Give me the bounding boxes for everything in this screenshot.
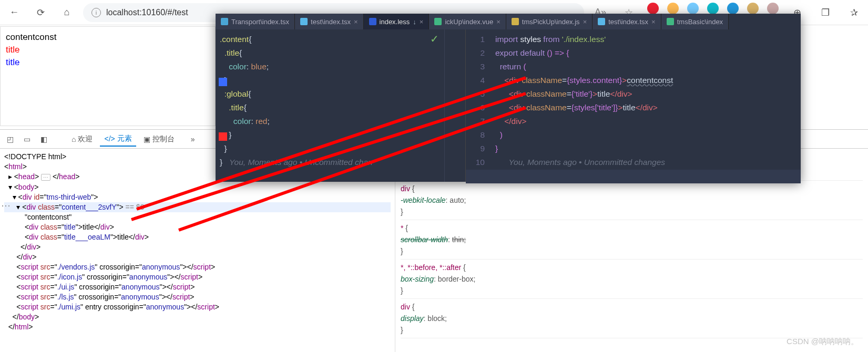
ext-icon-1[interactable] xyxy=(647,3,659,14)
tsx-code[interactable]: import styles from './index.less' export… xyxy=(491,29,801,182)
tab-console[interactable]: ▣ 控制台 xyxy=(139,132,179,146)
editor-pane-tsx[interactable]: 12345678910 import styles from './index.… xyxy=(466,29,801,182)
css-rule[interactable]: div { -webkit-locale: auto;} xyxy=(401,181,863,220)
editor-tab[interactable]: test\index.tsx × xyxy=(295,14,363,29)
editor-tab[interactable]: test\index.tsx × xyxy=(593,14,661,29)
title-blue: title xyxy=(6,56,210,69)
less-code[interactable]: .content{ .title{ color: blue; } :global… xyxy=(216,29,444,182)
close-icon[interactable]: × xyxy=(496,18,501,26)
body-open[interactable]: ▾ <body> xyxy=(4,182,391,192)
html-close[interactable]: </html> xyxy=(4,322,391,332)
close-icon[interactable]: × xyxy=(651,18,656,26)
ext-icon-5[interactable] xyxy=(727,3,739,14)
device-icon[interactable]: ▭ xyxy=(20,132,34,146)
copy-icon[interactable]: ❐ xyxy=(815,3,835,23)
watermark: CSDN @呐呐呐呐。 xyxy=(787,337,859,347)
check-icon: ✓ xyxy=(430,33,439,45)
more-tabs-icon[interactable]: » xyxy=(186,132,200,146)
div-tms[interactable]: ▾ <div id="tms-third-web"> xyxy=(4,192,391,202)
ext-icon-6[interactable] xyxy=(747,3,759,14)
editor-pane-less[interactable]: ✓ .content{ .title{ color: blue; } :glob… xyxy=(216,29,466,182)
ext-icon-2[interactable] xyxy=(667,3,679,14)
close-icon[interactable]: × xyxy=(420,18,424,26)
rendered-page: contentconst title title xyxy=(0,26,216,126)
favorites-star-icon[interactable]: ✰ xyxy=(844,3,864,23)
editor-tab[interactable]: Transport\index.tsx xyxy=(216,14,295,29)
script-node[interactable]: <script src="./icon.js" crossorigin="ano… xyxy=(4,272,391,282)
minimap[interactable] xyxy=(444,29,465,182)
css-rule[interactable]: div { display: block;} xyxy=(401,299,863,338)
tab-welcome[interactable]: ⌂ 欢迎 xyxy=(67,132,97,146)
tab-elements[interactable]: </> 元素 xyxy=(100,132,136,147)
content-text: contentconst xyxy=(6,31,210,44)
editor-tab[interactable]: index.less ↓ × xyxy=(364,14,430,29)
div-close-1[interactable]: </div> xyxy=(4,242,391,252)
refresh-button[interactable]: ⟳ xyxy=(30,3,50,23)
editor-tab[interactable]: tmsBasic\index xyxy=(661,14,729,29)
back-button[interactable]: ← xyxy=(4,3,24,23)
dock-icon[interactable]: ◧ xyxy=(37,132,50,146)
site-info-icon[interactable]: i xyxy=(91,8,101,17)
body-close[interactable]: </body> xyxy=(4,312,391,322)
css-rule[interactable]: *, *::before, *::after { box-sizing: bor… xyxy=(401,260,863,299)
div-close-2[interactable]: </div> xyxy=(4,252,391,262)
gutter-mark-red xyxy=(219,132,227,141)
script-node[interactable]: <script src="./vendors.js" crossorigin="… xyxy=(4,262,391,272)
script-node[interactable]: <script src="./ui.js" crossorigin="anony… xyxy=(4,282,391,292)
close-icon[interactable]: × xyxy=(354,18,358,26)
div-content-selected[interactable]: ▾ <div class="content___2svfY"> == $0 xyxy=(4,202,391,212)
home-button[interactable]: ⌂ xyxy=(57,3,77,23)
line-highlight xyxy=(466,170,801,183)
script-node[interactable]: <script src="./ls.js" crossorigin="anony… xyxy=(4,292,391,302)
ext-icon-3[interactable] xyxy=(687,3,699,14)
selected-row-marker: ⋯ xyxy=(1,200,12,211)
ellipsis-icon[interactable]: ⋯ xyxy=(41,174,50,181)
editor-tab[interactable]: ickUp\index.vue × xyxy=(429,14,506,29)
editor-tabs: Transport\index.tsxtest\index.tsx ×index… xyxy=(216,14,801,29)
script-node[interactable]: <script src="./umi.js" entry crossorigin… xyxy=(4,302,391,312)
code-editor: Transport\index.tsxtest\index.tsx ×index… xyxy=(216,14,801,182)
gutter-mark-blue xyxy=(219,78,227,86)
editor-tab[interactable]: tmsPickUp\index.js × xyxy=(506,14,593,29)
child-title-1[interactable]: <div class="title">title</div> xyxy=(4,222,391,232)
ext-icon-4[interactable] xyxy=(707,3,719,14)
text-node[interactable]: "contentconst" xyxy=(4,212,391,222)
child-title-2[interactable]: <div class="title___oeaLM">title</div> xyxy=(4,232,391,242)
url-text: localhost:10160/#/test xyxy=(106,8,188,17)
css-rule[interactable]: * { scrollbar-width: thin;} xyxy=(401,220,863,260)
close-icon[interactable]: × xyxy=(583,18,587,26)
ext-icon-7[interactable] xyxy=(767,3,779,14)
inspect-icon[interactable]: ◰ xyxy=(3,132,17,146)
line-numbers: 12345678910 xyxy=(466,29,491,182)
title-red: title xyxy=(6,44,210,56)
